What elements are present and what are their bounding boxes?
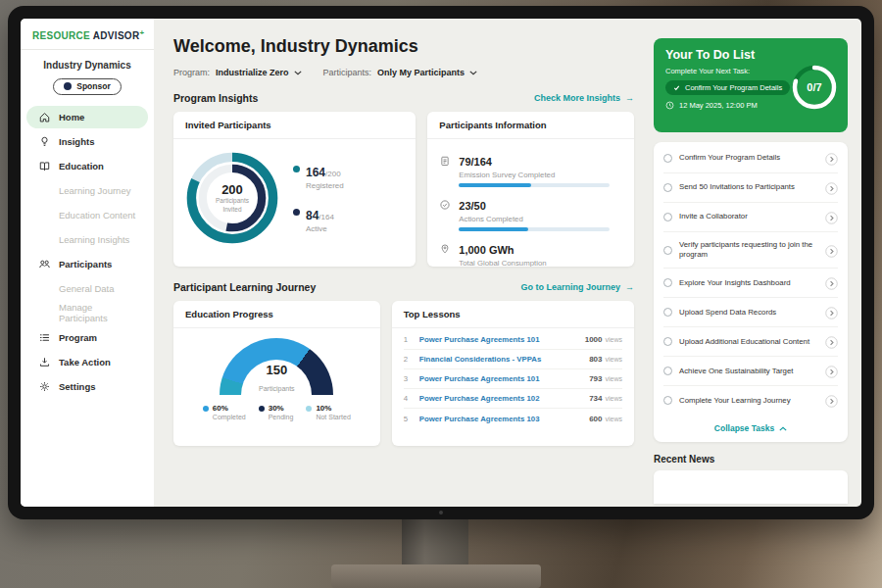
task-checkbox[interactable] — [663, 337, 672, 346]
task-checkbox[interactable] — [663, 246, 672, 255]
link-label: Go to Learning Journey — [520, 282, 620, 292]
app-logo: RESOURCE ADVISOR+ — [21, 19, 154, 49]
lesson-views: 600views — [589, 415, 622, 423]
sidebar-item-manage-participants[interactable]: Manage Participants — [26, 302, 148, 324]
lesson-link[interactable]: Power Purchase Agreements 102 — [419, 394, 581, 403]
gauge-center-caption: Participants — [259, 385, 295, 392]
task-row[interactable]: Explore Your Insights Dashboard — [663, 269, 838, 298]
lesson-link[interactable]: Power Purchase Agreements 101 — [419, 335, 577, 344]
task-label: Explore Your Insights Dashboard — [679, 278, 818, 288]
sidebar-item-participants[interactable]: Participants — [26, 253, 148, 275]
donut-center-label: 200 Participants Invited — [181, 147, 283, 249]
legend-item-completed: 60% Completed — [203, 404, 246, 420]
participants-filter-value: Only My Participants — [377, 68, 465, 77]
legend-label: Active — [306, 224, 334, 233]
task-checkbox[interactable] — [663, 278, 672, 287]
sidebar-item-learning-insights[interactable]: Learning Insights — [26, 228, 148, 251]
task-label: Upload Spend Data Records — [679, 308, 818, 318]
task-row[interactable]: Invite a Collaborator — [663, 203, 838, 232]
chevron-right-icon[interactable] — [825, 394, 838, 407]
legend-item-not-started: 10% Not Started — [306, 404, 350, 420]
program-filter-value: Industrialize Zero — [216, 68, 289, 77]
invited-participants-body: 200 Participants Invited 164/200 Registe — [173, 139, 416, 249]
task-label: Achieve One Sustainability Target — [679, 367, 818, 376]
task-label: Confirm Your Program Details — [679, 153, 818, 163]
chevron-right-icon[interactable] — [825, 244, 838, 257]
action-download-icon — [38, 356, 51, 368]
task-row[interactable]: Send 50 Invitations to Participants — [663, 173, 838, 203]
sidebar-item-settings[interactable]: Settings — [26, 375, 148, 398]
collapse-tasks-label: Collapse Tasks — [714, 423, 774, 433]
sidebar-item-program[interactable]: Program — [26, 326, 148, 349]
home-icon — [38, 111, 51, 123]
task-checkbox[interactable] — [663, 213, 672, 221]
lesson-rank: 2 — [404, 355, 412, 364]
todo-panel: Your To Do List Complete Your Next Task:… — [648, 19, 861, 507]
desk-background: RESOURCE ADVISOR+ Industry Dynamics Spon… — [0, 0, 882, 588]
sidebar-item-learning-journey[interactable]: Learning Journey — [26, 179, 148, 202]
chevron-right-icon[interactable] — [825, 152, 838, 165]
lesson-rank: 1 — [404, 335, 412, 344]
task-checkbox[interactable] — [663, 396, 672, 405]
chevron-right-icon[interactable] — [825, 365, 838, 377]
lesson-rank: 4 — [404, 394, 412, 403]
lesson-link[interactable]: Financial Considerations - VPPAs — [419, 355, 581, 364]
sidebar-item-label: Home — [59, 112, 84, 122]
program-filter-dropdown[interactable]: Industrialize Zero — [216, 68, 302, 77]
stat-emission-survey: 79/164 Emission Survey Completed — [439, 152, 622, 187]
task-row[interactable]: Upload Additional Educational Content — [663, 327, 838, 357]
task-row[interactable]: Upload Spend Data Records — [663, 298, 838, 327]
people-icon — [38, 258, 51, 270]
task-checkbox[interactable] — [663, 154, 672, 163]
stat-label: Actions Completed — [459, 215, 622, 223]
sponsor-badge[interactable]: Sponsor — [53, 78, 121, 95]
chevron-right-icon[interactable] — [825, 306, 838, 318]
donut-center-caption: Participants Invited — [210, 197, 255, 214]
task-label: Complete Your Learning Journey — [679, 396, 818, 406]
task-row[interactable]: Complete Your Learning Journey — [663, 386, 838, 415]
stat-actions-completed: 23/50 Actions Completed — [439, 196, 622, 231]
chevron-right-icon[interactable] — [825, 211, 838, 223]
progress-bar — [459, 183, 609, 187]
legend-value: 30% — [269, 404, 294, 413]
page-title: Welcome, Industry Dynamics — [173, 36, 634, 57]
chevron-right-icon[interactable] — [825, 181, 838, 194]
progress-bar — [459, 227, 609, 231]
go-to-learning-journey-link[interactable]: Go to Learning Journey → — [520, 282, 634, 292]
chevron-right-icon[interactable] — [825, 335, 838, 348]
task-checkbox[interactable] — [663, 308, 672, 317]
clock-icon — [665, 101, 674, 110]
next-task-pill[interactable]: Confirm Your Program Details — [665, 80, 790, 95]
arrow-right-icon: → — [625, 93, 634, 103]
sidebar-item-education[interactable]: Education — [26, 155, 148, 177]
task-row[interactable]: Achieve One Sustainability Target — [663, 357, 838, 386]
book-icon — [38, 160, 51, 172]
gauge-center-value: 150 — [220, 363, 333, 377]
chevron-right-icon[interactable] — [825, 276, 838, 289]
recent-news-card — [654, 470, 848, 504]
sidebar-item-general-data[interactable]: General Data — [26, 277, 148, 300]
sidebar-item-home[interactable]: Home — [26, 106, 148, 128]
sidebar-item-take-action[interactable]: Take Action — [26, 351, 148, 373]
check-more-insights-link[interactable]: Check More Insights → — [534, 93, 634, 103]
task-label: Invite a Collaborator — [679, 212, 818, 221]
learning-journey-header: Participant Learning Journey Go to Learn… — [173, 281, 634, 293]
stat-value: 23/50 — [459, 200, 486, 212]
legend-value: 10% — [316, 404, 350, 413]
sidebar-item-insights[interactable]: Insights — [26, 130, 148, 153]
progress-bar-fill — [459, 183, 531, 187]
task-checkbox[interactable] — [663, 367, 672, 375]
task-checkbox[interactable] — [663, 183, 672, 192]
invited-participants-donut-chart: 200 Participants Invited — [181, 147, 283, 249]
sidebar-item-education-content[interactable]: Education Content — [26, 204, 148, 226]
task-row[interactable]: Confirm Your Program Details — [663, 144, 838, 173]
program-insights-header: Program Insights Check More Insights → — [173, 92, 634, 104]
legend-label: Not Started — [316, 414, 350, 420]
collapse-tasks-link[interactable]: Collapse Tasks — [663, 415, 838, 440]
task-row[interactable]: Verify participants requesting to join t… — [663, 232, 838, 269]
gauge-center-label: 150 Participants — [220, 363, 333, 395]
participants-filter-dropdown[interactable]: Only My Participants — [377, 68, 477, 77]
lesson-link[interactable]: Power Purchase Agreements 101 — [419, 374, 581, 383]
lesson-link[interactable]: Power Purchase Agreements 103 — [419, 415, 581, 423]
lesson-views: 803views — [589, 355, 622, 364]
